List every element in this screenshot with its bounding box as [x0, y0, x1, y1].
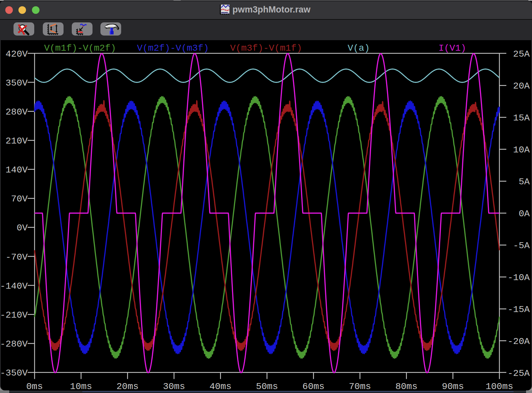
svg-text:25A: 25A: [513, 49, 530, 59]
svg-text:350V: 350V: [6, 78, 28, 88]
svg-text:V(m3f)-V(m1f): V(m3f)-V(m1f): [230, 43, 302, 53]
svg-text:-15A: -15A: [508, 304, 530, 315]
svg-text:-280V: -280V: [0, 339, 28, 349]
svg-text:10ms: 10ms: [70, 381, 92, 392]
svg-text:0V: 0V: [16, 223, 28, 233]
svg-text:90ms: 90ms: [442, 381, 464, 392]
svg-text:60ms: 60ms: [303, 381, 325, 392]
svg-text:V(m2f)-V(m3f): V(m2f)-V(m3f): [137, 43, 209, 53]
svg-text:15A: 15A: [513, 113, 530, 123]
svg-text:-25A: -25A: [508, 368, 530, 379]
svg-text:20A: 20A: [513, 81, 530, 91]
svg-text:40ms: 40ms: [209, 381, 231, 392]
svg-text:I(V1): I(V1): [439, 43, 466, 53]
svg-text:-5A: -5A: [513, 241, 530, 251]
svg-text:50ms: 50ms: [256, 381, 278, 392]
svg-text:140V: 140V: [6, 165, 28, 175]
svg-text:20ms: 20ms: [117, 381, 139, 392]
svg-text:-140V: -140V: [0, 281, 28, 291]
svg-text:5A: 5A: [519, 177, 530, 187]
svg-text:10A: 10A: [513, 145, 530, 155]
svg-text:100ms: 100ms: [486, 381, 513, 392]
svg-text:80ms: 80ms: [395, 381, 417, 392]
svg-text:V(m1f)-V(m2f): V(m1f)-V(m2f): [44, 43, 116, 53]
svg-text:-210V: -210V: [0, 310, 28, 320]
svg-text:V(a): V(a): [348, 43, 370, 53]
svg-text:70ms: 70ms: [349, 381, 371, 392]
svg-text:-20A: -20A: [508, 336, 530, 347]
svg-text:0ms: 0ms: [26, 381, 43, 392]
svg-text:-10A: -10A: [508, 273, 530, 283]
svg-text:420V: 420V: [6, 49, 28, 59]
svg-text:70V: 70V: [11, 194, 28, 204]
svg-text:0A: 0A: [519, 209, 530, 219]
svg-text:30ms: 30ms: [163, 381, 185, 392]
svg-text:-70V: -70V: [6, 252, 28, 262]
svg-text:-350V: -350V: [0, 368, 28, 378]
svg-text:210V: 210V: [6, 136, 28, 146]
svg-text:280V: 280V: [6, 107, 28, 117]
